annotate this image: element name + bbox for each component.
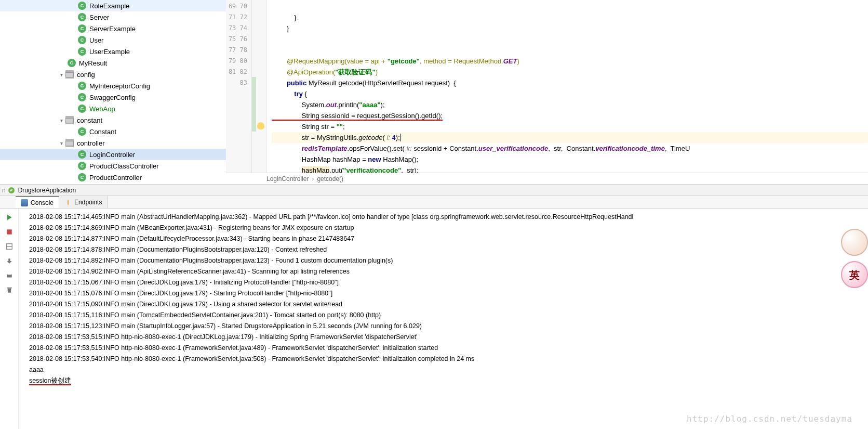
stop-button[interactable] (4, 226, 15, 238)
run-tool-tabs: Console Endpoints (0, 196, 868, 209)
class-icon: C (78, 93, 86, 101)
tab-endpoints[interactable]: Endpoints (59, 196, 108, 208)
chevron-down-icon[interactable]: ▾ (57, 70, 65, 79)
class-icon: C (78, 2, 86, 10)
tree-item-label: Constant (89, 128, 116, 136)
spring-leaf-icon (8, 187, 15, 194)
tree-item-myresult[interactable]: CMyResult (0, 57, 226, 69)
run-config-name[interactable]: DrugstoreApplication (18, 187, 76, 194)
clear-button[interactable] (4, 284, 15, 296)
tree-item-config[interactable]: ▾config (0, 69, 226, 80)
breadcrumb-class[interactable]: LoginController (266, 175, 309, 183)
svg-rect-4 (8, 273, 11, 275)
tree-item-serverexample[interactable]: CServerExample (0, 23, 226, 34)
tree-item-productcontroller[interactable]: CProductController (0, 172, 226, 183)
avatar-icon (841, 229, 868, 256)
tree-item-swaggerconfig[interactable]: CSwaggerConfig (0, 92, 226, 103)
tree-item-label: controller (77, 139, 104, 147)
chevron-down-icon[interactable]: ▾ (57, 116, 65, 124)
tree-item-label: ProductClassController (89, 162, 159, 170)
console-line: 2018-02-08 15:17:53,515:INFO http-nio-80… (29, 332, 868, 343)
console-line: 2018-02-08 15:17:15,076:INFO main (Direc… (29, 288, 868, 299)
class-icon: C (78, 13, 86, 21)
console-line: 2018-02-08 15:17:14,892:INFO main (Docum… (29, 255, 868, 266)
tree-item-logincontroller[interactable]: CLoginController (0, 149, 226, 160)
folder-icon (65, 116, 74, 124)
class-icon: C (78, 173, 86, 181)
tree-item-myinterceptorconfig[interactable]: CMyInterceptorConfig (0, 80, 226, 92)
code-editor: 69 70 71 72 73 74 75 76 77 78 79 80 81 8… (226, 0, 868, 184)
console-line: 2018-02-08 15:17:14,902:INFO main (ApiLi… (29, 266, 868, 277)
tree-item-productclasscontroller[interactable]: CProductClassController (0, 160, 226, 172)
console-line: 2018-02-08 15:17:14,465:INFO main (Abstr… (29, 212, 868, 223)
tree-item-user[interactable]: CUser (0, 34, 226, 46)
console-line: 2018-02-08 15:17:14,878:INFO main (Docum… (29, 244, 868, 255)
tree-item-label: constant (77, 116, 102, 124)
class-icon: C (78, 24, 86, 33)
folder-icon (65, 70, 74, 79)
endpoints-icon (64, 199, 72, 206)
code-content[interactable]: } } @RequestMapping(value = api + "getco… (266, 0, 868, 173)
tab-console[interactable]: Console (16, 196, 59, 208)
console-icon (21, 199, 28, 206)
tree-item-label: User (89, 36, 103, 44)
folder-icon (65, 139, 74, 147)
console-line: 2018-02-08 15:17:53,540:INFO http-nio-80… (29, 354, 868, 365)
class-icon: C (78, 127, 86, 136)
tree-item-server[interactable]: CServer (0, 11, 226, 23)
class-icon: C (78, 150, 86, 159)
rerun-button[interactable] (4, 212, 15, 223)
console-line: 2018-02-08 15:17:14,869:INFO main (MBean… (29, 223, 868, 233)
avatar-stack (841, 229, 868, 288)
tree-item-constant[interactable]: ▾constant (0, 114, 226, 126)
tree-item-label: LoginController (89, 151, 135, 159)
run-prefix: n (2, 187, 6, 194)
tree-item-controller[interactable]: ▾controller (0, 137, 226, 149)
console-line: session被创建 (29, 375, 868, 386)
class-icon: C (68, 59, 76, 67)
intention-bulb-icon[interactable] (257, 122, 264, 129)
gutter-icons (256, 0, 266, 173)
layout-button[interactable] (4, 241, 15, 252)
breadcrumb[interactable]: LoginController › getcode() (226, 173, 868, 184)
watermark: http://blog.csdn.net/tuesdayma (687, 414, 852, 424)
class-icon: C (78, 47, 86, 56)
breadcrumb-method[interactable]: getcode() (317, 175, 343, 183)
tree-item-roleexample[interactable]: CRoleExample (0, 0, 226, 11)
tree-item-label: RoleExample (89, 2, 129, 10)
tree-item-label: UserExample (89, 48, 130, 56)
change-bar (252, 0, 256, 173)
tree-item-label: config (77, 71, 95, 79)
svg-rect-3 (7, 275, 11, 278)
console-line: 2018-02-08 15:17:14,877:INFO main (Defau… (29, 233, 868, 244)
tree-item-label: SwaggerConfig (89, 94, 136, 101)
run-config-bar: n DrugstoreApplication (0, 185, 868, 196)
chevron-right-icon: › (312, 175, 314, 183)
console-line: 2018-02-08 15:17:15,090:INFO main (Direc… (29, 299, 868, 310)
scroll-to-end-button[interactable] (4, 255, 15, 267)
tree-item-label: ServerExample (89, 25, 136, 33)
ime-badge-icon (841, 261, 868, 288)
console-line: 2018-02-08 15:17:53,515:INFO http-nio-80… (29, 343, 868, 354)
class-icon: C (78, 162, 86, 170)
line-gutter: 69 70 71 72 73 74 75 76 77 78 79 80 81 8… (226, 0, 252, 173)
console-line: 2018-02-08 15:17:15,067:INFO main (Direc… (29, 277, 868, 288)
tree-item-label: ProductController (89, 174, 142, 181)
tree-item-label: WebAop (89, 105, 115, 113)
tree-item-webaop[interactable]: CWebAop (0, 103, 226, 114)
tree-item-label: Server (89, 14, 109, 21)
class-icon: C (78, 82, 86, 90)
svg-rect-5 (7, 288, 11, 289)
tree-item-label: MyInterceptorConfig (89, 82, 150, 90)
tree-item-constant[interactable]: CConstant (0, 126, 226, 137)
chevron-down-icon[interactable]: ▾ (57, 139, 65, 147)
console-line: 2018-02-08 15:17:15,123:INFO main (Start… (29, 321, 868, 332)
tree-item-userexample[interactable]: CUserExample (0, 46, 226, 57)
project-tree[interactable]: CRoleExampleCServerCServerExampleCUserCU… (0, 0, 226, 184)
console-line: aaaa (29, 365, 868, 375)
print-button[interactable] (4, 270, 15, 281)
class-icon: C (78, 36, 86, 44)
console-output[interactable]: 2018-02-08 15:17:14,465:INFO main (Abstr… (19, 209, 868, 429)
tree-item-label: MyResult (79, 59, 107, 67)
svg-rect-0 (7, 229, 11, 234)
